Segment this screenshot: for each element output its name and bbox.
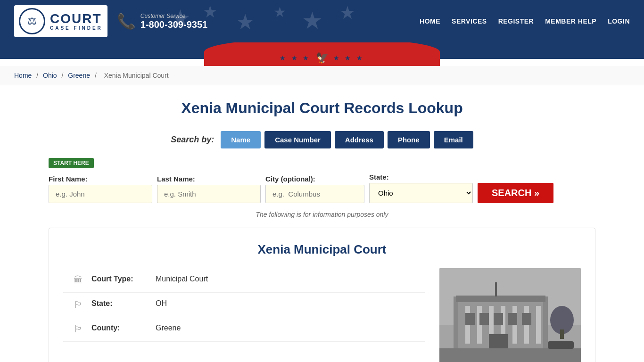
first-name-group: First Name: [49,175,152,203]
logo-emblem: ⚖ [19,8,45,34]
court-info-content: 🏛 Court Type: Municipal Court 🏳 State: O… [63,268,581,362]
banner-stars-right: ★ ★ ★ [333,54,365,62]
last-name-group: Last Name: [157,175,261,203]
header-left: ⚖ COURT CASE FINDER 📞 Customer Service 1… [14,5,207,37]
phone-icon: 📞 [117,12,136,30]
svg-rect-21 [439,348,581,362]
eagle-icon: 🦅 [316,52,329,64]
svg-rect-11 [536,306,541,344]
breadcrumb-sep-1: / [36,72,40,79]
breadcrumb-sep-3: / [95,72,99,79]
search-form-section: START HERE First Name: Last Name: City (… [49,158,595,218]
nav-login[interactable]: LOGIN [608,17,630,25]
tab-case-number[interactable]: Case Number [264,131,331,148]
nav-register[interactable]: REGISTER [498,17,534,25]
county-label: County: [91,324,148,332]
state-label: State: [369,173,473,181]
search-tabs-row: Search by: Name Case Number Address Phon… [49,131,595,148]
state-label-detail: State: [91,299,148,308]
court-details: 🏛 Court Type: Municipal Court 🏳 State: O… [63,268,425,362]
cs-text: Customer Service 1-800-309-9351 [140,13,207,30]
patriotic-banner: ★ ★ ★ 🦅 ★ ★ ★ [0,42,644,66]
svg-rect-19 [560,329,564,339]
site-header: ★ ★ ★ ★ ★ ★ ⚖ COURT CASE FINDER 📞 Custom… [0,0,644,42]
search-by-label: Search by: [171,135,214,145]
svg-rect-15 [508,313,517,325]
main-nav: HOME SERVICES REGISTER MEMBER HELP LOGIN [420,17,630,25]
nav-member-help[interactable]: MEMBER HELP [545,17,596,25]
tab-name[interactable]: Name [221,131,261,148]
logo-subtitle: CASE FINDER [50,25,103,31]
start-here-badge: START HERE [49,158,94,168]
cs-label: Customer Service [140,13,207,19]
court-building-svg [439,268,581,362]
svg-rect-14 [494,313,503,325]
breadcrumb-home[interactable]: Home [14,72,32,79]
court-type-icon: 🏛 [73,275,84,286]
breadcrumb-sep-2: / [62,72,66,79]
breadcrumb-current: Xenia Municipal Court [104,72,169,79]
court-type-value: Municipal Court [156,275,208,283]
nav-services[interactable]: SERVICES [452,17,487,25]
svg-rect-13 [479,313,489,325]
nav-home[interactable]: HOME [420,17,440,25]
cs-phone: 1-800-309-9351 [140,19,207,30]
state-icon: 🏳 [73,299,84,310]
last-name-input[interactable] [157,185,261,203]
breadcrumb: Home / Ohio / Greene / Xenia Municipal C… [0,66,644,85]
court-image [439,268,581,362]
court-type-label: Court Type: [91,275,148,283]
breadcrumb-ohio[interactable]: Ohio [43,72,57,79]
court-info-title: Xenia Municipal Court [63,242,581,257]
tab-email[interactable]: Email [434,131,473,148]
county-value: Greene [156,324,181,332]
main-content: Xenia Municipal Court Records Lookup Sea… [39,85,605,362]
svg-rect-4 [456,296,545,302]
court-type-row: 🏛 Court Type: Municipal Court [63,268,425,293]
city-input[interactable] [265,185,364,203]
tab-phone[interactable]: Phone [388,131,430,148]
logo-text: COURT CASE FINDER [50,12,103,31]
first-name-label: First Name: [49,175,152,183]
page-title: Xenia Municipal Court Records Lookup [49,99,595,117]
svg-rect-20 [495,282,497,296]
city-group: City (optional): [265,175,364,203]
state-group: State: Ohio [369,173,473,203]
first-name-input[interactable] [49,185,152,203]
info-note: The following is for information purpose… [49,211,595,218]
svg-rect-12 [465,313,475,325]
county-icon: 🏳 [73,324,84,335]
state-row: 🏳 State: OH [63,293,425,317]
logo[interactable]: ⚖ COURT CASE FINDER [14,5,107,37]
state-value: OH [156,299,167,308]
banner-stars-left: ★ ★ ★ [280,54,311,62]
court-info-box: Xenia Municipal Court 🏛 Court Type: Muni… [49,228,595,362]
state-select[interactable]: Ohio [369,183,473,203]
tab-address[interactable]: Address [335,131,384,148]
eagle-banner: ★ ★ ★ 🦅 ★ ★ ★ [280,52,365,66]
svg-rect-22 [548,341,574,349]
city-label: City (optional): [265,175,364,183]
county-row: 🏳 County: Greene [63,317,425,342]
customer-service: 📞 Customer Service 1-800-309-9351 [117,12,207,30]
breadcrumb-greene[interactable]: Greene [68,72,90,79]
search-button[interactable]: SEARCH » [478,183,553,203]
svg-rect-16 [522,313,531,325]
form-row: First Name: Last Name: City (optional): … [49,173,595,203]
logo-title: COURT [50,12,103,25]
last-name-label: Last Name: [157,175,261,183]
